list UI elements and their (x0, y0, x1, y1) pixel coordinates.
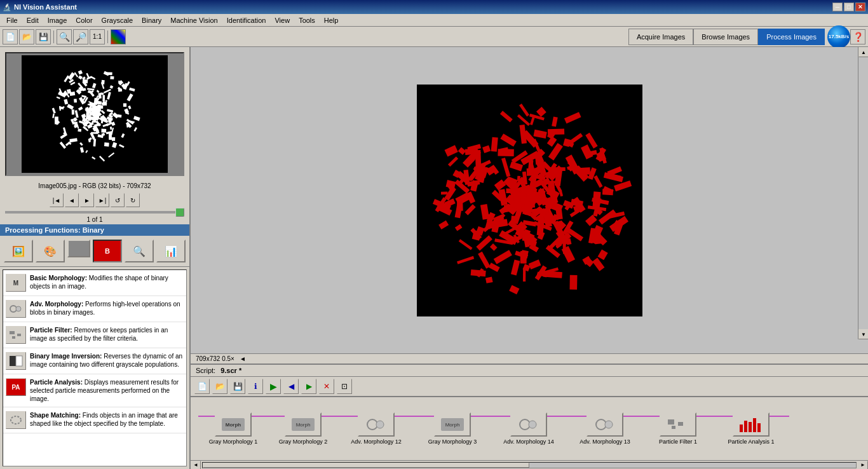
pipeline-item-4[interactable]: Morph Gray Morphology 3 (414, 412, 491, 445)
pipeline-item-5[interactable]: Adv. Morphology 14 (491, 412, 567, 445)
menu-identification[interactable]: Identification (223, 15, 270, 25)
script-save-button[interactable]: 💾 (230, 379, 245, 394)
menu-image[interactable]: Image (44, 15, 71, 25)
zoom-out-button[interactable]: 🔍 (57, 29, 72, 44)
toolbar-right: Acquire Images Browse Images Process Ima… (628, 25, 865, 48)
script-stop-button[interactable]: ✕ (319, 379, 334, 394)
nav-slider[interactable] (0, 210, 189, 215)
main-canvas (417, 85, 642, 316)
processing-header: Processing Functions: Binary (0, 224, 189, 236)
menu-tools[interactable]: Tools (295, 15, 319, 25)
pipeline-node-4[interactable]: Morph (434, 412, 471, 437)
new-button[interactable]: 📄 (3, 29, 18, 44)
refresh-button[interactable]: ↺ (111, 193, 125, 207)
process-images-button[interactable]: Process Images (758, 29, 825, 45)
menu-color[interactable]: Color (72, 15, 96, 25)
loop-button[interactable]: ↻ (126, 193, 140, 207)
pipeline-node-3[interactable] (358, 412, 395, 437)
menu-grayscale[interactable]: Grayscale (98, 15, 137, 25)
function-binary-inversion[interactable]: Binary Image Inversion: Reverses the dyn… (3, 348, 186, 374)
script-forward-button[interactable]: ▶ (301, 379, 316, 394)
proc-icon-image[interactable]: 🖼️ (4, 240, 33, 262)
maximize-button[interactable]: □ (844, 3, 854, 11)
svg-rect-23 (740, 425, 743, 432)
pipeline-item-8[interactable]: Particle Analysis 1 (713, 412, 789, 445)
pipeline-label-6: Adv. Morphology 13 (580, 438, 630, 445)
horizontal-scrollbar-track[interactable] (202, 462, 857, 468)
bottom-scrollbar[interactable]: ◄ ► (191, 460, 868, 469)
pipeline-item-2[interactable]: Morph Gray Morphology 2 (268, 412, 338, 445)
script-open-button[interactable]: 📂 (212, 379, 227, 394)
function-particle-filter[interactable]: Particle Filter: Removes or keeps partic… (3, 322, 186, 348)
pipeline-node-7[interactable] (660, 412, 696, 437)
scroll-up-button[interactable]: ▲ (858, 47, 868, 57)
first-image-button[interactable]: |◄ (50, 193, 64, 207)
svg-rect-2 (10, 331, 15, 334)
pipeline-item-6[interactable]: Adv. Morphology 13 (567, 412, 643, 445)
pipeline-node-6[interactable] (587, 412, 623, 437)
function-particle-analysis[interactable]: PA Particle Analysis: Displays measureme… (3, 374, 186, 407)
pipeline-node-2[interactable]: Morph (285, 412, 322, 437)
pipeline-label-2: Gray Morphology 2 (279, 438, 328, 445)
script-info-button[interactable]: ℹ (248, 379, 263, 394)
menu-edit[interactable]: Edit (23, 15, 43, 25)
last-image-button[interactable]: ►| (95, 193, 109, 207)
scroll-left-button[interactable]: ◄ (191, 461, 201, 470)
pipeline-label-5: Adv. Morphology 14 (503, 438, 553, 445)
proc-icon-binary[interactable]: B (93, 240, 122, 262)
menu-file[interactable]: File (3, 15, 22, 25)
menu-binary[interactable]: Binary (138, 15, 165, 25)
proc-icon-identify[interactable]: 📊 (156, 240, 186, 262)
function-basic-morphology[interactable]: M Basic Morphology: Modifies the shape o… (3, 270, 186, 296)
close-button[interactable]: ✕ (855, 3, 865, 11)
script-bar: Script: 9.scr * (191, 364, 868, 377)
basic-morphology-text: Basic Morphology: Modifies the shape of … (30, 274, 184, 290)
svg-rect-25 (749, 422, 752, 432)
scroll-indicator: ◄ (240, 355, 246, 362)
proc-icon-measure[interactable]: 🔍 (125, 240, 154, 262)
pipeline-item-7[interactable]: Particle Filter 1 (643, 412, 713, 445)
svg-point-17 (529, 421, 536, 428)
svg-text:Morph: Morph (445, 422, 460, 428)
script-back-button[interactable]: ◀ (283, 379, 299, 394)
help-button[interactable]: ❓ (850, 29, 865, 44)
pipeline-node-5[interactable] (510, 412, 547, 437)
pipeline-item-3[interactable]: Adv. Morphology 12 (338, 412, 414, 445)
toolbar: 📄 📂 💾 🔍 🔎 1:1 Acquire Images Browse Imag… (0, 27, 868, 47)
main-image-container (417, 85, 642, 316)
function-adv-morphology[interactable]: Adv. Morphology: Performs high-level ope… (3, 296, 186, 322)
pipeline-item-1[interactable]: Morph Gray Morphology 1 (198, 412, 268, 445)
svg-text:Morph: Morph (296, 422, 311, 428)
color-palette-button[interactable] (111, 29, 126, 44)
acquire-images-button[interactable]: Acquire Images (628, 29, 693, 45)
browse-images-button[interactable]: Browse Images (693, 29, 758, 45)
svg-rect-20 (668, 419, 674, 425)
open-button[interactable]: 📂 (19, 29, 34, 44)
pipeline-node-8[interactable] (733, 412, 770, 437)
image-area: ▲ ▼ (191, 47, 868, 353)
script-run-button[interactable]: ▶ (266, 379, 281, 394)
function-shape-matching[interactable]: Shape Matching: Finds objects in an imag… (3, 407, 186, 433)
right-scrollbar[interactable]: ▲ ▼ (858, 47, 868, 339)
prev-image-button[interactable]: ◄ (65, 193, 79, 207)
script-cursor-button[interactable]: ⊡ (337, 379, 352, 394)
minimize-button[interactable]: ─ (832, 3, 843, 11)
menu-view[interactable]: View (271, 15, 294, 25)
proc-icon-color[interactable]: 🎨 (36, 240, 65, 262)
svg-point-1 (16, 306, 21, 311)
zoom-in-button[interactable]: 🔎 (73, 29, 88, 44)
horizontal-scrollbar-thumb[interactable] (203, 463, 529, 468)
next-image-button[interactable]: ► (80, 193, 94, 207)
save-button[interactable]: 💾 (36, 29, 51, 44)
menu-help[interactable]: Help (320, 15, 342, 25)
zoom-fit-button[interactable]: 1:1 (90, 29, 105, 44)
network-indicator: 17.5kB/s (827, 25, 850, 48)
proc-icon-gray[interactable] (67, 240, 90, 257)
menu-machine-vision[interactable]: Machine Vision (166, 15, 221, 25)
scroll-down-button[interactable]: ▼ (858, 329, 868, 339)
pipeline-area: Morph Gray Morphology 1 Morph Gray Morph… (191, 397, 868, 460)
pipeline-node-1[interactable]: Morph (215, 412, 252, 437)
script-new-button[interactable]: 📄 (194, 379, 210, 394)
shape-matching-text: Shape Matching: Finds objects in an imag… (30, 411, 184, 428)
scroll-right-button[interactable]: ► (858, 461, 868, 470)
